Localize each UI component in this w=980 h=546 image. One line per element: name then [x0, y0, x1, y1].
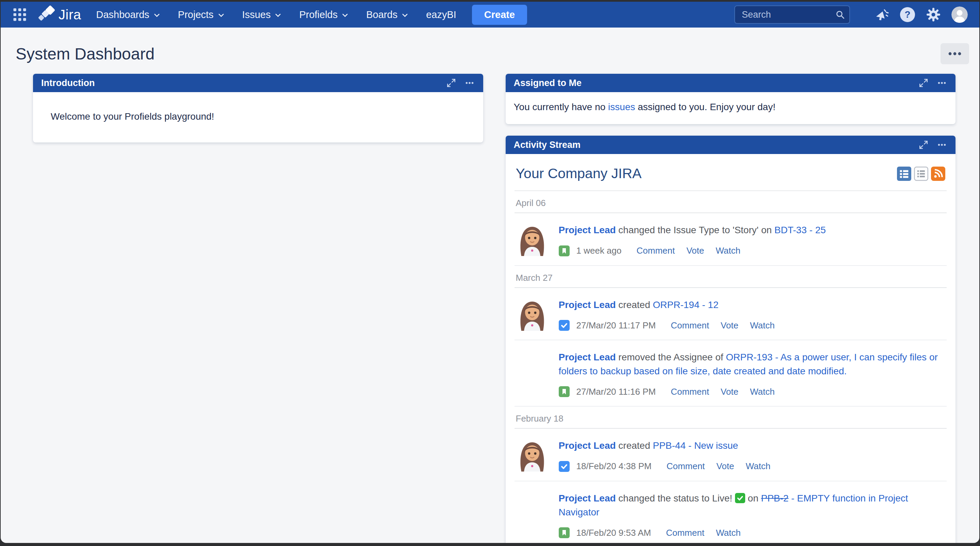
logo-text: Jira — [59, 7, 81, 22]
issues-link[interactable]: issues — [608, 102, 635, 112]
entry-title: Project Lead removed the Assignee of ORP… — [559, 351, 946, 378]
entry-action-after: on — [745, 493, 761, 503]
panel-actions — [918, 140, 947, 150]
avatar-column — [516, 351, 549, 397]
detail-view-icon[interactable] — [897, 167, 911, 181]
nav-dashboards[interactable]: Dashboards — [96, 9, 160, 21]
watch-link[interactable]: Watch — [746, 461, 770, 471]
activity-entry: Project Lead created ORPR-194 - 12 27/Ma… — [514, 288, 947, 341]
panel-title: Activity Stream — [514, 140, 581, 150]
assigned-text-after: assigned to you. Enjoy your day! — [635, 102, 775, 112]
comment-link[interactable]: Comment — [666, 528, 705, 538]
settings-button[interactable] — [926, 7, 941, 22]
watch-link[interactable]: Watch — [750, 387, 775, 397]
watch-link[interactable]: Watch — [750, 320, 775, 331]
entry-time: 1 week ago — [576, 246, 622, 256]
entry-meta: 27/Mar/20 11:16 PM Comment Vote Watch — [559, 386, 946, 397]
actor-avatar[interactable] — [516, 223, 549, 256]
comment-link[interactable]: Comment — [636, 246, 675, 256]
page-titlebar: System Dashboard — [1, 27, 979, 74]
actor-link[interactable]: Project Lead — [559, 493, 616, 503]
maximize-icon[interactable] — [918, 140, 929, 150]
stream-view-switcher — [897, 167, 945, 181]
entry-meta: 27/Mar/20 11:17 PM Comment Vote Watch — [559, 320, 946, 331]
entry-time: 18/Feb/20 4:38 PM — [576, 461, 652, 471]
introduction-body: Welcome to your Profields playground! — [33, 92, 483, 143]
date-group-header: March 27 — [514, 266, 947, 288]
actor-avatar[interactable] — [516, 298, 549, 331]
entry-body: Project Lead created ORPR-194 - 12 27/Ma… — [559, 298, 946, 331]
activity-stream-panel: Activity Stream Your Company JIRA — [506, 136, 956, 543]
comment-link[interactable]: Comment — [671, 320, 709, 331]
nav-label: Issues — [242, 9, 271, 21]
vote-link[interactable]: Vote — [716, 461, 734, 471]
actor-link[interactable]: Project Lead — [559, 300, 616, 310]
create-button[interactable]: Create — [472, 5, 527, 25]
entry-title: Project Lead changed the Issue Type to '… — [559, 223, 946, 237]
panel-actions — [918, 78, 947, 88]
left-column: Introduction Welcome to your Profields p… — [33, 74, 483, 143]
entry-title: Project Lead created ORPR-194 - 12 — [559, 298, 946, 312]
activity-panel-header: Activity Stream — [506, 136, 956, 154]
entry-time: 27/Mar/20 11:17 PM — [576, 320, 656, 331]
user-avatar[interactable] — [951, 6, 968, 23]
help-button[interactable]: ? — [900, 7, 915, 22]
entry-meta: 18/Feb/20 9:53 AM Comment Watch — [559, 527, 946, 538]
activity-entry: Project Lead changed the status to Live!… — [514, 481, 947, 543]
nav-boards[interactable]: Boards — [366, 9, 408, 21]
nav-eazybi[interactable]: eazyBI — [426, 9, 456, 21]
comment-link[interactable]: Comment — [671, 387, 709, 397]
comment-link[interactable]: Comment — [667, 461, 705, 471]
actor-avatar[interactable] — [516, 439, 549, 471]
entry-time: 27/Mar/20 11:16 PM — [576, 387, 656, 397]
issue-link[interactable]: PPB-44 - New issue — [653, 440, 738, 451]
avatar-column — [516, 223, 549, 256]
jira-logo[interactable]: Jira — [37, 5, 81, 24]
entry-action: changed the Issue Type to 'Story' on — [616, 225, 775, 235]
panel-actions — [446, 78, 475, 88]
nav-label: Profields — [299, 9, 337, 21]
vote-link[interactable]: Vote — [721, 387, 738, 397]
story-type-icon — [559, 527, 570, 538]
activity-entry: Project Lead created PPB-44 - New issue … — [514, 429, 947, 481]
actor-link[interactable]: Project Lead — [559, 440, 616, 451]
maximize-icon[interactable] — [918, 78, 929, 88]
gear-icon — [926, 7, 941, 22]
story-type-icon — [559, 386, 570, 397]
panel-menu-icon[interactable] — [937, 140, 947, 150]
panel-menu-icon[interactable] — [937, 78, 947, 88]
dashboard-tools-button[interactable] — [940, 43, 969, 64]
watch-link[interactable]: Watch — [716, 528, 741, 538]
vote-link[interactable]: Vote — [686, 246, 704, 256]
entry-body: Project Lead changed the Issue Type to '… — [559, 223, 946, 256]
chevron-down-icon — [153, 12, 160, 19]
panel-menu-icon[interactable] — [464, 78, 475, 88]
announcement-button[interactable] — [874, 7, 889, 22]
date-group-header: April 06 — [514, 191, 947, 213]
actor-link[interactable]: Project Lead — [559, 352, 616, 362]
activity-stream-list: April 06 — [514, 190, 947, 543]
issue-link[interactable]: ORPR-194 - 12 — [653, 300, 719, 310]
search-icon[interactable] — [835, 10, 845, 20]
actor-link[interactable]: Project Lead — [559, 225, 616, 235]
entry-body: Project Lead removed the Assignee of ORP… — [559, 351, 946, 397]
app-switcher-icon[interactable] — [11, 6, 29, 24]
issue-link[interactable]: BDT-33 - 25 — [775, 225, 826, 235]
maximize-icon[interactable] — [446, 78, 457, 88]
nav-projects[interactable]: Projects — [178, 9, 224, 21]
entry-title: Project Lead changed the status to Live!… — [559, 492, 946, 519]
nav-issues[interactable]: Issues — [242, 9, 282, 21]
help-icon: ? — [900, 7, 915, 22]
search-input[interactable] — [734, 5, 850, 24]
struck-issue-key: PPB-2 — [761, 493, 789, 503]
nav-profields[interactable]: Profields — [299, 9, 348, 21]
entry-action: created — [616, 300, 653, 310]
date-group-header: February 18 — [514, 406, 947, 429]
vote-link[interactable]: Vote — [721, 320, 738, 331]
assigned-panel-header: Assigned to Me — [506, 74, 956, 92]
assigned-text-before: You currently have no — [514, 102, 608, 112]
list-view-icon[interactable] — [914, 167, 928, 181]
stream-title: Your Company JIRA — [516, 165, 642, 181]
watch-link[interactable]: Watch — [716, 246, 740, 256]
rss-feed-icon[interactable] — [931, 167, 945, 181]
